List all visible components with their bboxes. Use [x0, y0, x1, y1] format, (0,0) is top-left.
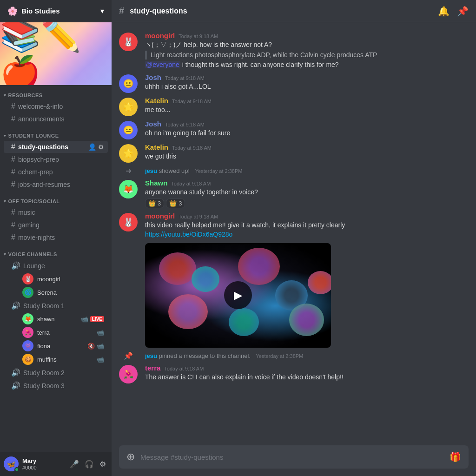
channel-item-ochem-prep[interactable]: # ochem-prep: [4, 166, 108, 178]
category-voice-channels[interactable]: ▾ VOICE CHANNELS: [0, 244, 112, 259]
chat-header: # study-questions 🔔 📌: [112, 0, 476, 22]
add-user-icon[interactable]: 👤: [88, 143, 96, 151]
category-resources[interactable]: ▾ RESOURCES: [0, 85, 112, 100]
avatar: 😐: [119, 121, 138, 139]
channel-item-biopsych-prep[interactable]: # biopsych-prep: [4, 153, 108, 165]
arrow-icon: ➜: [119, 166, 138, 175]
timestamp: Today at 9:18 AM: [178, 214, 218, 219]
gift-button[interactable]: 🎁: [448, 450, 463, 464]
server-header[interactable]: 🌸 Bio Studies ▾: [0, 0, 112, 22]
message-input[interactable]: [140, 448, 444, 467]
user-name: Mary: [22, 457, 64, 465]
mention[interactable]: @everyone: [145, 61, 180, 68]
channel-hash-icon: #: [119, 6, 124, 16]
video-icon: 📹: [97, 356, 104, 363]
header-actions: 🔔 📌: [438, 6, 469, 17]
username[interactable]: Shawn: [145, 179, 167, 187]
video-icon: 📹: [97, 329, 104, 336]
settings-icon[interactable]: ⚙: [98, 143, 104, 151]
channel-item-study-questions[interactable]: # study-questions 👤 ⚙: [4, 141, 108, 153]
timestamp: Today at 9:18 AM: [164, 366, 204, 371]
message-text: me too...: [145, 106, 469, 115]
actor-link[interactable]: jesu: [145, 352, 157, 359]
category-off-topic[interactable]: ▾ OFF TOPIC/SOCIAL: [0, 191, 112, 206]
channel-item-music[interactable]: # music: [4, 206, 108, 218]
voice-badges: 🔇 📹: [87, 343, 104, 350]
speaker-icon: 🔊: [11, 381, 20, 390]
avatar: 🍪: [22, 354, 33, 365]
video-thumbnail[interactable]: ▶: [145, 243, 331, 348]
message-terra-1: 🌺 terra Today at 9:18 AM The answer is C…: [112, 362, 476, 385]
avatar: 🦊: [22, 313, 33, 324]
channel-item-gaming[interactable]: # gaming: [4, 219, 108, 231]
message-header: terra Today at 9:18 AM: [145, 364, 469, 372]
settings-button[interactable]: ⚙: [98, 458, 108, 470]
avatar: 🌺: [119, 365, 138, 383]
message-text: anyone wanna study together in voice?: [145, 188, 469, 197]
speaker-icon: 🔊: [11, 261, 20, 270]
category-chevron: ▾: [4, 133, 7, 138]
cell-1: [159, 252, 196, 285]
username[interactable]: moongirl: [145, 212, 175, 220]
message-header: moongirl Today at 9:18 AM: [145, 212, 469, 220]
reaction-crown-1[interactable]: 👑 3: [145, 198, 164, 208]
voice-user-terra[interactable]: 🌺 terra 📹: [4, 326, 108, 339]
voice-channel-study-room-2[interactable]: 🔊 Study Room 2: [4, 366, 108, 379]
deafen-button[interactable]: 🎧: [83, 458, 96, 470]
channel-label: music: [18, 209, 35, 216]
video-link[interactable]: https://youtu.be/OiDx6aQ928o: [145, 231, 232, 238]
cell-6: [229, 308, 259, 336]
cell-3: [238, 248, 280, 285]
message-text: ヽ(；▽；)ノ help. how is the answer not A? L…: [145, 40, 469, 70]
voice-channel-study-room-3[interactable]: 🔊 Study Room 3: [4, 379, 108, 392]
message-text: uhhh i also got A...LOL: [145, 82, 469, 92]
voice-channel-label: Study Room 2: [23, 369, 65, 377]
channels-list: ▾ RESOURCES # welcome-&-info # announcem…: [0, 85, 112, 452]
voice-badges: 📹 LIVE: [81, 316, 104, 323]
category-label: STUDENT LOUNGE: [8, 133, 59, 139]
username[interactable]: moongirl: [145, 32, 175, 40]
video-embed[interactable]: ▶: [145, 243, 331, 348]
message-content: Katelin Today at 9:18 AM me too...: [145, 97, 469, 116]
channel-item-movie-nights[interactable]: # movie-nights: [4, 231, 108, 244]
avatar: 🦊: [119, 180, 138, 198]
voice-user-muffins[interactable]: 🍪 muffins 📹: [4, 353, 108, 366]
voice-user-fiona[interactable]: 👾 fiona 🔇 📹: [4, 339, 108, 352]
pin-button[interactable]: 📌: [457, 6, 469, 17]
timestamp: Today at 9:18 AM: [172, 145, 212, 151]
avatar: 🌺: [22, 327, 33, 338]
category-student-lounge[interactable]: ▾ STUDENT LOUNGE: [0, 126, 112, 140]
username[interactable]: Josh: [145, 120, 161, 128]
voice-user-shawn[interactable]: 🦊 shawn 📹 LIVE: [4, 312, 108, 325]
notification-button[interactable]: 🔔: [438, 6, 450, 17]
channel-item-welcome[interactable]: # welcome-&-info: [4, 100, 108, 112]
username[interactable]: Katelin: [145, 97, 168, 105]
voice-channel-study-room-1[interactable]: 🔊 Study Room 1: [4, 299, 108, 312]
system-timestamp: Yesterday at 2:38PM: [256, 353, 304, 359]
channel-label: jobs-and-resumes: [18, 181, 70, 188]
hash-icon: #: [11, 155, 15, 164]
cell-2: [192, 266, 219, 292]
username[interactable]: Katelin: [145, 143, 168, 151]
channel-item-jobs-and-resumes[interactable]: # jobs-and-resumes: [4, 178, 108, 191]
attach-button[interactable]: ⊕: [125, 445, 137, 469]
message-content: moongirl Today at 9:18 AM ヽ(；▽；)ノ help. …: [145, 32, 469, 70]
reaction-crown-2[interactable]: 👑 3: [166, 198, 185, 208]
cell-7: [289, 304, 324, 336]
voice-channel-lounge[interactable]: 🔊 Lounge: [4, 259, 108, 272]
voice-user-serena[interactable]: 🌀 Serena: [4, 286, 108, 299]
play-button[interactable]: ▶: [224, 281, 252, 309]
message-header: Katelin Today at 9:18 AM: [145, 143, 469, 151]
mute-button[interactable]: 🎤: [68, 458, 81, 470]
actor-link[interactable]: jesu: [145, 167, 157, 174]
username[interactable]: Josh: [145, 73, 161, 81]
voice-badges: 📹: [97, 329, 104, 336]
reactions: 👑 3 👑 3: [145, 198, 469, 208]
channel-item-announcements[interactable]: # announcements: [4, 113, 108, 125]
username[interactable]: terra: [145, 364, 160, 372]
username: muffins: [37, 356, 93, 363]
voice-user-moongirl[interactable]: 🐰 moongirl: [4, 272, 108, 285]
channel-label: ochem-prep: [18, 168, 53, 176]
user-bar: 🦋 Mary #0000 🎤 🎧 ⚙: [0, 452, 112, 476]
avatar: 🐰: [22, 273, 33, 284]
